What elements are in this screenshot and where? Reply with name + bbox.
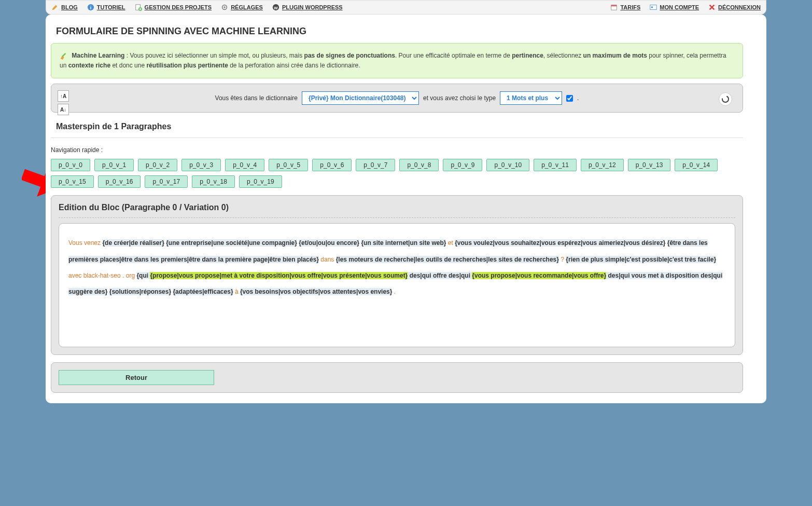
quicknav-label: Navigation rapide :	[51, 144, 743, 159]
svg-point-11	[651, 6, 653, 8]
quicknav-pill[interactable]: p_0_v_0	[51, 159, 90, 171]
uppercase-button[interactable]: ↑A	[58, 90, 69, 102]
quicknav-pill[interactable]: p_0_v_11	[534, 159, 577, 171]
quicknav-pill[interactable]: p_0_v_2	[138, 159, 177, 171]
gear-icon	[221, 4, 228, 11]
divider	[51, 138, 743, 138]
quicknav-pill[interactable]: p_0_v_14	[675, 159, 718, 171]
edit-block-box: Edition du Bloc (Paragraphe 0 / Variatio…	[51, 195, 743, 355]
masterspin-title: Masterspin de 1 Paragraphes	[51, 113, 743, 134]
main-panel: FORMULAIRE DE SPINNING AVEC MACHINE LEAR…	[46, 15, 766, 403]
page-title: FORMULAIRE DE SPINNING AVEC MACHINE LEAR…	[51, 20, 743, 43]
svg-point-13	[722, 96, 729, 102]
topbar-left: BLOG iTUTORIEL GESTION DES PROJETS RÉGLA…	[51, 4, 343, 11]
nav-tutoriel[interactable]: iTUTORIEL	[87, 4, 125, 11]
nav-reglages[interactable]: RÉGLAGES	[221, 4, 263, 11]
svg-point-5	[223, 6, 226, 8]
svg-text:i: i	[90, 5, 91, 10]
nav-mon-compte[interactable]: MON COMPTE	[650, 4, 699, 11]
svg-text:W: W	[274, 6, 278, 10]
quicknav-pill[interactable]: p_0_v_13	[628, 159, 671, 171]
type-checkbox[interactable]	[566, 95, 573, 102]
spin-text-area[interactable]: Vous venez {de créer|de réaliser} {une e…	[59, 223, 735, 347]
quicknav-pill[interactable]: p_0_v_1	[94, 159, 134, 171]
quicknav-pill[interactable]: p_0_v_4	[225, 159, 264, 171]
topbar: BLOG iTUTORIEL GESTION DES PROJETS RÉGLA…	[46, 0, 766, 15]
dictionary-select[interactable]: {Privé} Mon Dictionnaire(103048)	[302, 91, 419, 105]
retour-box: Retour	[51, 362, 743, 393]
info-icon: i	[87, 4, 94, 11]
edit-block-title: Edition du Bloc (Paragraphe 0 / Variatio…	[59, 203, 735, 218]
ml-info-box: Machine Learning : Vous pouvez ici sélec…	[51, 43, 743, 78]
lowercase-button[interactable]: A↓	[58, 104, 69, 115]
wordpress-icon: W	[272, 4, 279, 11]
calendar-icon	[610, 4, 618, 11]
dict-label: Vous êtes dans le dictionnaire	[215, 94, 298, 102]
brush-icon	[60, 52, 67, 60]
quicknav-pill[interactable]: p_0_v_16	[98, 175, 141, 188]
control-box: ↑A A↓ Vous êtes dans le dictionnaire {Pr…	[51, 84, 743, 113]
quicknav-pill[interactable]: p_0_v_5	[269, 159, 308, 171]
quicknav-pill[interactable]: p_0_v_6	[312, 159, 352, 171]
svg-rect-9	[611, 5, 617, 7]
nav-deconnexion[interactable]: DÉCONNEXION	[708, 4, 761, 11]
retour-button[interactable]: Retour	[59, 370, 214, 385]
topbar-right: TARIFS MON COMPTE DÉCONNEXION	[610, 4, 761, 11]
id-card-icon	[650, 4, 657, 11]
quicknav-pill[interactable]: p_0_v_15	[51, 175, 94, 188]
quicknav-pill[interactable]: p_0_v_12	[581, 159, 624, 171]
nav-blog[interactable]: BLOG	[51, 4, 78, 11]
close-icon	[708, 4, 716, 11]
quicknav-pills: p_0_v_0p_0_v_1p_0_v_2p_0_v_3p_0_v_4p_0_v…	[51, 159, 743, 188]
quicknav-pill[interactable]: p_0_v_3	[181, 159, 221, 171]
nav-tarifs[interactable]: TARIFS	[610, 4, 640, 11]
quicknav-pill[interactable]: p_0_v_8	[399, 159, 439, 171]
quicknav-pill[interactable]: p_0_v_7	[356, 159, 395, 171]
add-project-icon	[135, 4, 142, 11]
type-label: et vous avez choisi le type	[423, 94, 496, 102]
quicknav-pill[interactable]: p_0_v_10	[486, 159, 529, 171]
quicknav-pill[interactable]: p_0_v_17	[145, 175, 188, 188]
pencil-icon	[51, 4, 59, 11]
type-select[interactable]: 1 Mots et plus	[500, 91, 562, 105]
nav-plugin-wordpress[interactable]: WPLUGIN WORDPRESS	[272, 4, 343, 11]
quicknav-pill[interactable]: p_0_v_19	[239, 175, 282, 188]
quicknav-pill[interactable]: p_0_v_18	[192, 175, 235, 188]
ml-label: Machine Learning	[72, 52, 124, 59]
nav-gestion-projets[interactable]: GESTION DES PROJETS	[135, 4, 212, 11]
quicknav-pill[interactable]: p_0_v_9	[443, 159, 482, 171]
